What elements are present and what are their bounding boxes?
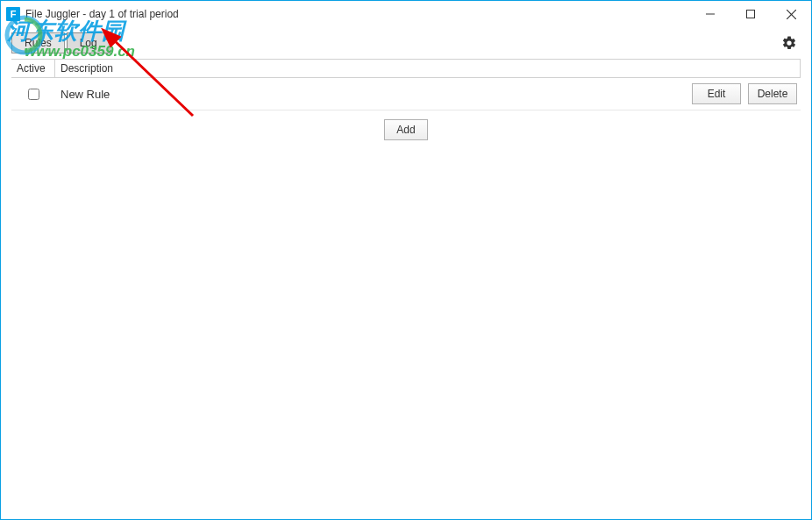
table-row[interactable]: New Rule Edit Delete <box>11 78 801 110</box>
list-body: New Rule Edit Delete <box>11 78 801 110</box>
close-button[interactable] <box>771 1 811 27</box>
toolbar: Rules Log <box>1 27 811 59</box>
add-row: Add <box>11 110 801 149</box>
titlebar: F File Juggler - day 1 of trial period <box>1 1 811 27</box>
active-checkbox[interactable] <box>28 89 39 100</box>
row-actions: Edit Delete <box>692 83 801 104</box>
delete-button[interactable]: Delete <box>748 83 797 104</box>
minimize-button[interactable] <box>690 1 730 27</box>
app-window: F File Juggler - day 1 of trial period R… <box>0 0 812 520</box>
edit-button[interactable]: Edit <box>692 83 741 104</box>
tab-log[interactable]: Log <box>67 32 110 53</box>
column-header-description[interactable]: Description <box>55 60 801 77</box>
maximize-button[interactable] <box>730 1 771 27</box>
add-button[interactable]: Add <box>384 119 428 140</box>
svg-rect-1 <box>747 11 755 18</box>
tab-rules[interactable]: Rules <box>11 32 65 53</box>
app-icon: F <box>6 7 20 21</box>
column-header-active[interactable]: Active <box>11 60 55 77</box>
list-header: Active Description <box>11 59 801 78</box>
content-area: Active Description New Rule Edit Delete … <box>11 59 801 509</box>
settings-button[interactable] <box>781 35 797 51</box>
row-description: New Rule <box>55 88 692 101</box>
window-controls <box>690 1 811 27</box>
row-active-cell <box>11 89 55 100</box>
window-title: File Juggler - day 1 of trial period <box>25 8 179 20</box>
